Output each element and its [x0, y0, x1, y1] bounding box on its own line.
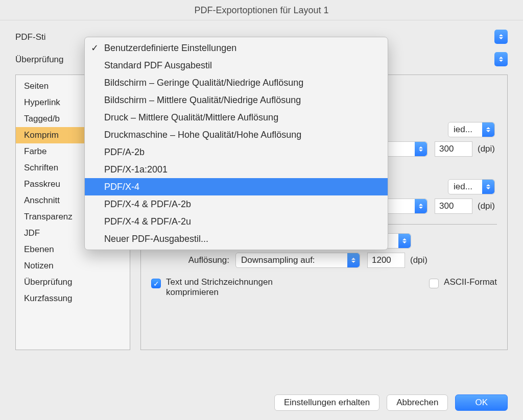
dropdown-mono-aufl-value: Downsampling auf:	[241, 255, 315, 265]
popup-menu-item[interactable]: PDF/X-4	[85, 178, 388, 195]
label-compress-text: Text und Strichzeichnungen komprimieren	[166, 277, 299, 298]
popup-menu-item[interactable]: PDF/X-4 & PDF/A-2u	[85, 213, 388, 230]
dropdown-group2-value: ied...	[454, 182, 472, 191]
input-mono-res[interactable]: 1200	[367, 253, 405, 268]
dropdown-group1[interactable]: ied...	[448, 122, 495, 137]
updown-caret-icon	[482, 180, 494, 194]
updown-caret-icon	[482, 122, 494, 137]
popup-menu-item[interactable]: Druckmaschine – Hohe Qualität/Hohe Auflö…	[85, 126, 388, 143]
label-mono-aufl: Auflösung:	[151, 255, 235, 265]
updown-caret-icon	[415, 142, 427, 156]
popup-menu-item[interactable]: Bildschirm – Geringe Qualität/Niedrige A…	[85, 74, 388, 91]
popup-menu-item[interactable]: Benutzerdefinierte Einstellungen	[85, 39, 388, 57]
updown-caret-icon	[494, 30, 508, 44]
checkbox-ascii[interactable]	[429, 279, 439, 288]
updown-caret-icon	[398, 234, 411, 248]
label-pdf-stil: PDF-Sti	[15, 32, 82, 42]
popup-menu-item[interactable]: Druck – Mittlere Qualität/Mittlere Auflö…	[85, 109, 388, 126]
updown-caret-icon	[415, 199, 427, 213]
updown-caret-icon	[347, 253, 360, 267]
popup-menu-item[interactable]: Standard PDF Ausgabestil	[85, 57, 388, 74]
unit-group2: (dpi)	[478, 201, 495, 211]
updown-caret-icon	[494, 52, 508, 66]
keep-settings-button[interactable]: Einstellungen erhalten	[274, 394, 379, 411]
dropdown-group2[interactable]: ied...	[448, 179, 495, 194]
popup-menu-item[interactable]: PDF/A-2b	[85, 143, 388, 161]
popup-menu-item[interactable]: PDF/X-1a:2001	[85, 161, 388, 178]
pdf-stil-popup-menu[interactable]: Benutzerdefinierte EinstellungenStandard…	[84, 37, 388, 250]
cancel-button[interactable]: Abbrechen	[387, 394, 448, 411]
unit-group1: (dpi)	[478, 144, 495, 154]
sidebar-item[interactable]: Notizen	[16, 258, 130, 274]
label-ueberpruefung: Überprüfung	[15, 55, 82, 65]
row-checks: ✓ Text und Strichzeichnungen komprimiere…	[151, 277, 497, 298]
popup-menu-item[interactable]: PDF/X-4 & PDF/A-2b	[85, 195, 388, 213]
label-ascii: ASCII-Format	[444, 277, 497, 287]
popup-menu-item[interactable]: Bildschirm – Mittlere Qualität/Niedrige …	[85, 91, 388, 109]
unit-mono: (dpi)	[410, 255, 427, 265]
checkbox-compress-text[interactable]: ✓	[151, 279, 161, 288]
dropdown-mono-aufl[interactable]: Downsampling auf:	[235, 253, 360, 268]
dialog-window: PDF-Exportoptionen für Layout 1 PDF-Sti …	[0, 0, 523, 420]
dropdown-group1-value: ied...	[454, 125, 472, 134]
ok-button[interactable]: OK	[455, 394, 508, 411]
popup-menu-item[interactable]: Neuer PDF-Ausgabestil...	[85, 230, 388, 248]
input-group2-res[interactable]: 300	[435, 199, 472, 214]
window-title: PDF-Exportoptionen für Layout 1	[0, 0, 523, 20]
button-bar: Einstellungen erhalten Abbrechen OK	[274, 394, 508, 411]
row-mono-aufl: Auflösung: Downsampling auf: 1200 (dpi)	[151, 253, 497, 268]
input-group1-res[interactable]: 300	[435, 141, 472, 157]
sidebar-item[interactable]: Überprüfung	[16, 274, 130, 290]
sidebar-item[interactable]: Kurzfassung	[16, 290, 130, 307]
